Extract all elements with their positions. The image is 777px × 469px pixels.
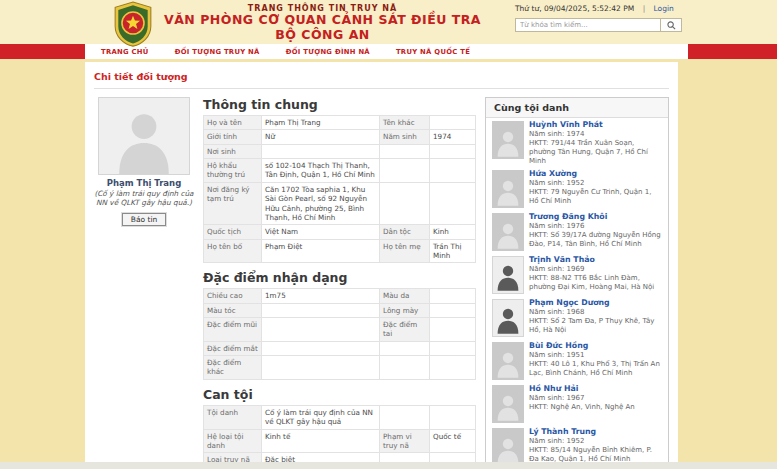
field-value: Cố ý làm trái quy định của NN về QLKT gâ… bbox=[262, 405, 380, 429]
related-person-name-link[interactable]: Hồ Như Hải bbox=[529, 384, 578, 394]
field-label: Họ và tên bbox=[204, 116, 262, 130]
person-thumbnail-icon[interactable] bbox=[492, 256, 524, 294]
field-value bbox=[430, 341, 476, 355]
nav-item-2[interactable]: ĐỐI TƯỢNG ĐÌNH NÃ bbox=[286, 48, 370, 56]
site-header: TRANG THÔNG TIN TRUY NÃ VĂN PHÒNG CƠ QUA… bbox=[0, 0, 777, 44]
field-label: Phạm vi truy nã bbox=[380, 429, 430, 453]
field-value bbox=[262, 318, 380, 342]
field-value: Kinh bbox=[430, 225, 476, 239]
footer-strip bbox=[0, 462, 777, 469]
field-label: Nơi sinh bbox=[204, 144, 262, 158]
related-person-name-link[interactable]: Huỳnh Vĩnh Phát bbox=[529, 120, 603, 130]
table-row: Nơi sinh bbox=[204, 144, 476, 158]
search-input[interactable] bbox=[515, 18, 661, 32]
field-label: Chiều cao bbox=[204, 289, 262, 303]
field-value bbox=[430, 182, 476, 224]
subject-name: Phạm Thị Trang bbox=[94, 178, 194, 188]
general-info-table: Họ và tênPhạm Thị TrangTên khácGiới tính… bbox=[203, 115, 476, 263]
nav-item-0[interactable]: TRANG CHỦ bbox=[101, 48, 149, 56]
related-person-name-link[interactable]: Phạm Ngọc Dương bbox=[529, 298, 610, 308]
subject-crime-caption: (Cố ý làm trái quy định của NN về QLKT g… bbox=[94, 189, 194, 207]
field-value: Phạm Thị Trang bbox=[262, 116, 380, 130]
field-label bbox=[380, 341, 430, 355]
login-link[interactable]: Login bbox=[654, 4, 674, 13]
related-person-name-link[interactable]: Trịnh Văn Thảo bbox=[529, 255, 595, 265]
field-value: Trần Thị Minh bbox=[430, 239, 476, 263]
field-label: Đặc điểm mũi bbox=[204, 318, 262, 342]
nav-item-1[interactable]: ĐỐI TƯỢNG TRUY NÃ bbox=[175, 48, 260, 56]
person-thumbnail-icon[interactable] bbox=[492, 385, 524, 423]
field-value: 1974 bbox=[430, 130, 476, 144]
field-value: Căn 1702 Tòa saphia 1, Khu Sài Gòn Pearl… bbox=[262, 182, 380, 224]
identification-table: Chiều cao1m75Màu daMàu tócLông màyĐặc đi… bbox=[203, 288, 476, 380]
table-row: Giới tínhNữNăm sinh1974 bbox=[204, 130, 476, 144]
field-label bbox=[380, 405, 430, 429]
table-row: Hệ loại tội danhKinh tếPhạm vi truy nãQu… bbox=[204, 429, 476, 453]
report-tip-button[interactable]: Báo tin bbox=[122, 213, 167, 226]
table-row: Nơi đăng ký tạm trúCăn 1702 Tòa saphia 1… bbox=[204, 182, 476, 224]
related-list-item: Trịnh Văn Thảo Năm sinh: 1969 HKTT: 88-N… bbox=[486, 253, 668, 296]
person-thumbnail-icon[interactable] bbox=[492, 121, 524, 159]
related-subjects-sidebar: Cùng tội danh Huỳnh Vĩnh Phát Năm sinh: … bbox=[485, 97, 669, 469]
datetime-label: Thứ tư, 09/04/2025, 5:52:42 PM bbox=[515, 4, 634, 13]
person-thumbnail-icon[interactable] bbox=[492, 342, 524, 380]
table-row: Đặc điểm mắt bbox=[204, 341, 476, 355]
field-label: Màu tóc bbox=[204, 303, 262, 317]
field-value: Phạm Điệt bbox=[262, 239, 380, 263]
field-value: Quốc tế bbox=[430, 429, 476, 453]
content-panel: Chi tiết đối tượng Phạm Thị Trang (Cố ý … bbox=[85, 62, 678, 469]
field-value bbox=[430, 159, 476, 183]
field-value bbox=[430, 356, 476, 380]
section-title-identification: Đặc điểm nhận dạng bbox=[203, 270, 476, 285]
nav-left-accent bbox=[0, 44, 85, 59]
meta-divider: | bbox=[643, 4, 646, 13]
table-row: Màu tócLông mày bbox=[204, 303, 476, 317]
table-row: Quốc tịchViệt NamDân tộcKinh bbox=[204, 225, 476, 239]
table-row: Tội danhCố ý làm trái quy định của NN về… bbox=[204, 405, 476, 429]
subject-details-column: Thông tin chung Họ và tênPhạm Thị TrangT… bbox=[203, 97, 476, 469]
person-thumbnail-icon[interactable] bbox=[492, 170, 524, 208]
field-label: Màu da bbox=[380, 289, 430, 303]
field-label: Dân tộc bbox=[380, 225, 430, 239]
related-list: Huỳnh Vĩnh Phát Năm sinh: 1974 HKTT: 791… bbox=[486, 118, 668, 469]
nav-item-3[interactable]: TRUY NÃ QUỐC TẾ bbox=[396, 48, 470, 56]
field-label bbox=[380, 159, 430, 183]
table-row: Đặc điểm mũiĐặc điểm tai bbox=[204, 318, 476, 342]
related-person-name-link[interactable]: Hứa Xường bbox=[529, 169, 577, 179]
field-label: Hộ khẩu thường trú bbox=[204, 159, 262, 183]
related-list-item: Hồ Như Hải Năm sinh: 1967 HKTT: Nghệ An,… bbox=[486, 382, 668, 425]
public-security-badge-icon bbox=[112, 1, 154, 43]
field-value: Kinh tế bbox=[262, 429, 380, 453]
field-label: Giới tính bbox=[204, 130, 262, 144]
related-sidebar-title: Cùng tội danh bbox=[486, 98, 668, 118]
field-value: Nữ bbox=[262, 130, 380, 144]
field-value bbox=[262, 144, 380, 158]
related-person-name-link[interactable]: Bùi Đức Hồng bbox=[529, 341, 588, 351]
field-label bbox=[380, 356, 430, 380]
section-title-crime: Can tội bbox=[203, 387, 476, 402]
field-value bbox=[430, 116, 476, 130]
person-thumbnail-icon[interactable] bbox=[492, 213, 524, 251]
field-value bbox=[430, 318, 476, 342]
related-list-item: Phạm Ngọc Dương Năm sinh: 1968 HKTT: Số … bbox=[486, 296, 668, 339]
header-meta: Thứ tư, 09/04/2025, 5:52:42 PM | Login bbox=[515, 4, 687, 13]
related-list-item: Hứa Xường Năm sinh: 1952 HKTT: 79 Nguyễn… bbox=[486, 167, 668, 210]
site-titles: TRANG THÔNG TIN TRUY NÃ VĂN PHÒNG CƠ QUA… bbox=[164, 2, 481, 42]
field-value: Việt Nam bbox=[262, 225, 380, 239]
search-button[interactable] bbox=[661, 18, 682, 32]
related-person-name-link[interactable]: Lý Thành Trung bbox=[529, 427, 596, 437]
related-person-name-link[interactable]: Trương Đăng Khôi bbox=[529, 212, 607, 222]
person-thumbnail-icon[interactable] bbox=[492, 299, 524, 337]
field-label bbox=[380, 144, 430, 158]
field-value bbox=[262, 356, 380, 380]
site-title-line2: BỘ CÔNG AN bbox=[164, 28, 481, 42]
page-title: Chi tiết đối tượng bbox=[94, 71, 669, 82]
field-label: Lông mày bbox=[380, 303, 430, 317]
field-value: số 102-104 Thạch Thị Thanh, Tân Định, Qu… bbox=[262, 159, 380, 183]
related-list-item: Bùi Đức Hồng Năm sinh: 1951 HKTT: 40 Lô … bbox=[486, 339, 668, 382]
field-label: Tội danh bbox=[204, 405, 262, 429]
person-thumbnail-icon[interactable] bbox=[492, 428, 524, 466]
field-value bbox=[430, 289, 476, 303]
field-label: Năm sinh bbox=[380, 130, 430, 144]
field-label: Hệ loại tội danh bbox=[204, 429, 262, 453]
